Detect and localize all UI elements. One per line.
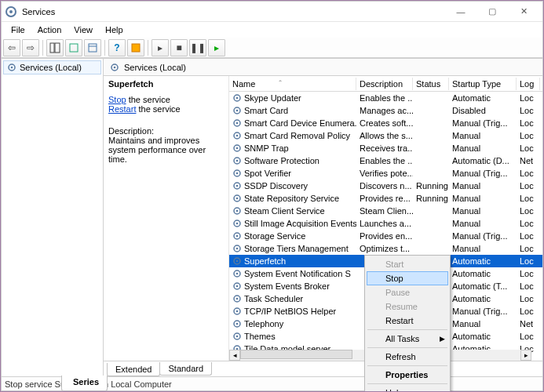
ctx-restart[interactable]: Restart — [367, 314, 448, 328]
menu-action[interactable]: Action — [31, 24, 68, 36]
col-status[interactable]: Status — [413, 78, 449, 90]
svg-point-51 — [236, 336, 239, 338]
separator — [367, 365, 447, 366]
svg-point-27 — [236, 185, 239, 187]
service-desc: Enables the ... — [356, 156, 413, 165]
service-logon: Loc — [517, 93, 540, 103]
col-logon[interactable]: Log — [517, 78, 540, 90]
stop-link[interactable]: Stop — [108, 95, 126, 104]
selected-service-name: Superfetch — [108, 79, 224, 89]
service-logon: Loc — [517, 294, 540, 303]
scroll-right-button[interactable]: ▸ — [520, 350, 531, 361]
tree-pane: Services (Local) — [2, 59, 104, 376]
service-row[interactable]: Storage ServiceProvides en...Manual (Tri… — [229, 230, 542, 242]
export-button[interactable] — [84, 39, 101, 56]
col-description[interactable]: Description — [356, 78, 413, 90]
svg-point-39 — [236, 260, 239, 263]
service-startup: Disabled — [449, 106, 517, 115]
svg-point-31 — [236, 210, 239, 212]
gear-icon — [232, 231, 242, 241]
gear-icon — [232, 181, 242, 191]
service-name: Smart Card — [244, 106, 288, 115]
service-row[interactable]: Smart CardManages ac...DisabledLoc — [229, 104, 542, 117]
gear-icon — [232, 118, 242, 128]
service-logon: Loc — [517, 106, 540, 115]
services-window: Services — ▢ ✕ File Action View Help ⇦ ⇨… — [1, 1, 543, 391]
description-label: Description: — [108, 126, 224, 136]
menu-file[interactable]: File — [5, 24, 31, 36]
start-service-button[interactable]: ▸ — [152, 39, 169, 56]
service-row[interactable]: Still Image Acquisition EventsLaunches a… — [229, 217, 542, 230]
gear-icon — [232, 169, 242, 178]
tab-standard[interactable]: Standard — [159, 362, 212, 376]
info-button[interactable] — [127, 39, 144, 56]
service-startup: Manual — [449, 206, 517, 216]
ctx-stop[interactable]: Stop — [367, 271, 448, 285]
service-row[interactable]: Steam Client ServiceSteam Clien...Manual… — [229, 205, 542, 217]
service-startup: Manual — [449, 244, 517, 253]
service-desc: Receives tra... — [356, 143, 413, 153]
service-desc: Creates soft... — [356, 118, 413, 128]
forward-button[interactable]: ⇨ — [22, 39, 39, 56]
pause-service-button[interactable]: ❚❚ — [189, 39, 206, 56]
svg-point-13 — [236, 97, 239, 100]
window-title: Services — [22, 7, 445, 16]
service-logon: Loc — [517, 244, 540, 253]
service-row[interactable]: Smart Card Removal PolicyAllows the s...… — [229, 129, 542, 142]
restart-service-button[interactable]: ▸ — [208, 39, 225, 56]
show-hide-button[interactable] — [46, 39, 64, 56]
stop-service-button[interactable]: ■ — [170, 39, 188, 56]
maximize-button[interactable]: ▢ — [476, 4, 508, 20]
service-name: Still Image Acquisition Events — [244, 219, 356, 228]
service-row[interactable]: Smart Card Device Enumera...Creates soft… — [229, 117, 542, 129]
ctx-all-tasks[interactable]: All Tasks▶ — [367, 332, 448, 346]
service-startup: Automatic — [449, 332, 517, 341]
service-row[interactable]: Software ProtectionEnables the ...Automa… — [229, 154, 542, 167]
service-row[interactable]: SNMP TrapReceives tra...ManualLoc — [229, 142, 542, 154]
gear-icon — [232, 219, 242, 228]
properties-button[interactable] — [65, 39, 82, 56]
tree-item-services-local[interactable]: Services (Local) — [3, 60, 101, 74]
service-row[interactable]: SSDP DiscoveryDiscovers n...RunningManua… — [229, 180, 542, 192]
service-name: SSDP Discovery — [244, 181, 308, 191]
column-headers: Nameˆ Description Status Startup Type Lo… — [229, 76, 542, 92]
menu-view[interactable]: View — [68, 24, 99, 36]
gear-icon — [232, 156, 242, 165]
restart-link[interactable]: Restart — [108, 104, 136, 114]
series-tab[interactable]: Series — [61, 376, 108, 391]
close-button[interactable]: ✕ — [508, 4, 539, 20]
col-startup-type[interactable]: Startup Type — [449, 78, 517, 90]
service-row[interactable]: Skype UpdaterEnables the ...AutomaticLoc — [229, 92, 542, 104]
services-list: Nameˆ Description Status Startup Type Lo… — [229, 76, 542, 361]
back-button[interactable]: ⇦ — [3, 39, 20, 56]
minimize-button[interactable]: — — [445, 4, 476, 20]
service-logon: Loc — [517, 143, 540, 153]
service-logon: Loc — [517, 269, 540, 278]
service-logon: Loc — [517, 219, 540, 228]
ctx-refresh[interactable]: Refresh — [367, 350, 448, 364]
tab-extended[interactable]: Extended — [107, 363, 160, 376]
service-logon: Loc — [517, 206, 540, 216]
svg-point-29 — [236, 198, 239, 200]
gear-icon — [7, 63, 16, 72]
service-row[interactable]: Storage Tiers ManagementOptimizes t...Ma… — [229, 242, 542, 255]
service-startup: Automatic — [449, 269, 517, 278]
help-button[interactable]: ? — [108, 39, 126, 56]
service-name: Skype Updater — [244, 93, 301, 103]
service-logon: Loc — [517, 307, 540, 316]
scroll-left-button[interactable]: ◂ — [229, 350, 240, 361]
svg-point-1 — [9, 10, 13, 13]
ctx-properties[interactable]: Properties — [367, 368, 448, 382]
service-row[interactable]: State Repository ServiceProvides re...Ru… — [229, 192, 542, 205]
separator — [367, 347, 447, 348]
service-logon: Loc — [517, 256, 540, 266]
scroll-thumb[interactable] — [240, 350, 352, 359]
ctx-help[interactable]: Help — [367, 386, 448, 392]
service-startup: Manual (Trig... — [449, 307, 517, 316]
service-desc: Steam Clien... — [356, 206, 413, 216]
service-row[interactable]: Spot VerifierVerifies pote...Manual (Tri… — [229, 167, 542, 180]
service-desc: Provides en... — [356, 231, 413, 241]
menu-help[interactable]: Help — [99, 24, 130, 36]
service-startup: Automatic — [449, 256, 517, 266]
col-name[interactable]: Nameˆ — [229, 78, 356, 90]
